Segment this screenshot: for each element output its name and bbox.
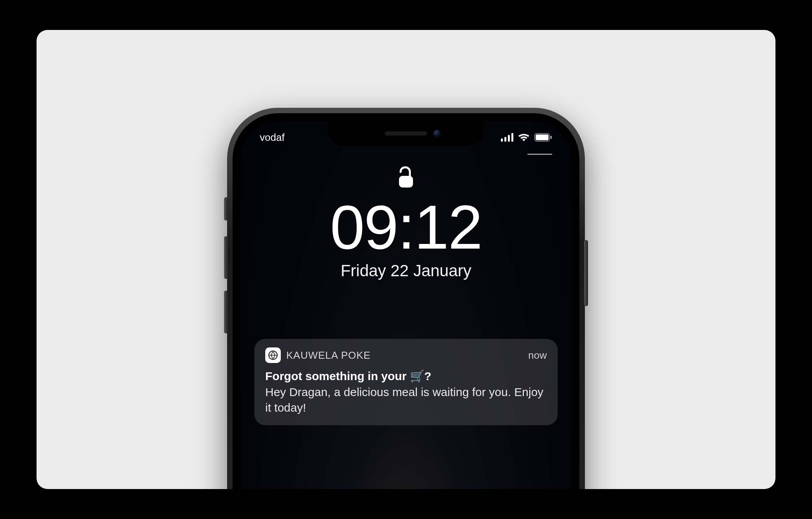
volume-up-button[interactable] <box>224 236 228 279</box>
unlock-icon <box>397 166 415 191</box>
svg-rect-5 <box>536 135 549 140</box>
battery-icon <box>534 133 552 142</box>
svg-rect-6 <box>550 136 552 139</box>
presentation-card: vodaf <box>37 30 775 489</box>
notification-card[interactable]: KAUWELA POKE now Forgot something in you… <box>254 339 558 425</box>
notification-timestamp: now <box>528 349 547 361</box>
cellular-signal-icon <box>501 133 513 142</box>
front-camera <box>433 130 441 137</box>
mute-switch[interactable] <box>224 197 228 221</box>
carrier-label: vodaf <box>260 132 338 144</box>
notification-title: Forgot something in your 🛒? <box>265 368 547 384</box>
lock-screen-time: 09:12 <box>240 195 572 260</box>
phone-frame: vodaf <box>227 108 585 489</box>
stage: vodaf <box>0 0 812 519</box>
phone-screen[interactable]: vodaf <box>240 121 572 489</box>
svg-rect-3 <box>511 133 513 142</box>
power-button[interactable] <box>584 240 588 306</box>
notification-body: Hey Dragan, a delicious meal is waiting … <box>265 384 547 415</box>
svg-rect-2 <box>508 135 510 142</box>
lock-screen-header: 09:12 Friday 22 January <box>240 166 572 280</box>
lock-screen-date: Friday 22 January <box>240 261 572 280</box>
svg-rect-0 <box>501 139 503 142</box>
svg-rect-1 <box>504 137 506 142</box>
display-notch <box>328 121 484 146</box>
notification-app-icon <box>265 347 281 363</box>
notification-app-name: KAUWELA POKE <box>286 349 523 361</box>
status-icons <box>501 133 552 142</box>
volume-down-button[interactable] <box>224 291 228 333</box>
svg-rect-7 <box>399 176 413 188</box>
control-center-grabber[interactable] <box>527 154 552 155</box>
notification-header: KAUWELA POKE now <box>265 347 547 363</box>
earpiece-speaker <box>385 131 427 136</box>
wifi-icon <box>518 133 530 142</box>
